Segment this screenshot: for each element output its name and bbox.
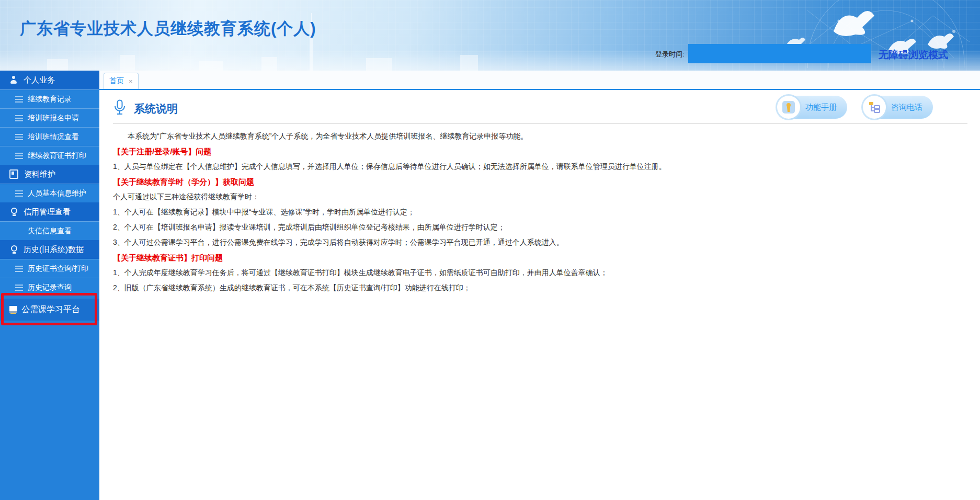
sidebar-item-label: 历史(旧系统)数据 xyxy=(24,245,84,255)
building-shape xyxy=(199,61,223,71)
sidebar-item-certificate-print[interactable]: 继续教育证书打印 xyxy=(0,146,99,165)
book-icon xyxy=(9,169,18,179)
app-window: 广东省专业技术人员继续教育系统(个人) 登录时间: 无障碍浏览模式 个人业务 继… xyxy=(0,0,980,500)
building-shape xyxy=(460,55,478,71)
monitor-icon xyxy=(9,306,18,314)
sidebar-nav: 个人业务 继续教育记录 培训班报名申请 培训班情况查看 继续教育证书打印 资料维… xyxy=(0,71,99,500)
content-line: 个人可通过以下三种途径获得继续教育学时： xyxy=(113,189,970,204)
icon-placeholder xyxy=(15,228,23,234)
sidebar-item-data-maintenance[interactable]: 资料维护 xyxy=(0,165,99,184)
sidebar-item-label: 历史证书查询/打印 xyxy=(28,264,88,274)
content-line-red-heading: 【关于注册/登录/账号】问题 xyxy=(113,144,970,159)
accessibility-mode-link[interactable]: 无障碍浏览模式 xyxy=(879,48,948,62)
sidebar-item-history-record-query[interactable]: 历史记录查询 xyxy=(0,278,99,297)
building-shape xyxy=(120,55,135,71)
sidebar-item-label: 信用管理查看 xyxy=(24,207,71,217)
login-time-label: 登录时间: xyxy=(655,50,685,59)
list-icon xyxy=(15,96,23,103)
sidebar-item-public-course-platform[interactable]: 公需课学习平台 xyxy=(0,299,99,321)
sidebar-item-label: 历史记录查询 xyxy=(28,283,72,292)
sidebar-item-label: 资料维护 xyxy=(24,169,55,179)
content-line-red-heading: 【关于继续教育学时（学分）】获取问题 xyxy=(113,174,970,189)
consult-phone-button[interactable]: 咨询电话 xyxy=(863,96,933,119)
sidebar-item-label: 继续教育记录 xyxy=(28,95,72,104)
section-heading: 系统说明 xyxy=(134,101,178,116)
lightbulb-icon xyxy=(9,208,18,216)
list-icon xyxy=(15,134,23,140)
sidebar-item-label: 培训班报名申请 xyxy=(28,113,79,123)
sidebar-item-label: 继续教育证书打印 xyxy=(28,151,86,161)
tab-label: 首页 xyxy=(109,76,124,86)
close-icon[interactable]: × xyxy=(129,78,133,85)
content-line-red-heading: 【关于继续教育证书】打印问题 xyxy=(113,250,970,265)
content-header: 系统说明 功能手册 xyxy=(99,90,980,123)
sidebar-item-basic-info-maintenance[interactable]: 人员基本信息维护 xyxy=(0,184,99,202)
sidebar-item-training-status[interactable]: 培训班情况查看 xyxy=(0,127,99,146)
header-banner: 广东省专业技术人员继续教育系统(个人) 登录时间: 无障碍浏览模式 xyxy=(0,0,980,71)
content-line: 2、个人可在【培训班报名申请】报读专业课培训，完成培训后由培训组织单位登记考核结… xyxy=(113,220,970,235)
login-time-field[interactable] xyxy=(688,44,871,63)
sidebar-item-credit-management[interactable]: 信用管理查看 xyxy=(0,202,99,221)
sidebar-item-label: 公需课学习平台 xyxy=(21,304,80,315)
list-icon xyxy=(15,115,23,121)
function-manual-button[interactable]: 功能手册 xyxy=(777,96,847,119)
sidebar-item-history-certificate-query[interactable]: 历史证书查询/打印 xyxy=(0,259,99,278)
list-icon xyxy=(15,266,23,272)
list-icon xyxy=(15,190,23,197)
content-line: 1、个人可在【继续教育记录】模块中申报“专业课、选修课”学时，学时由所属单位进行… xyxy=(113,204,970,220)
sidebar-item-personal-business[interactable]: 个人业务 xyxy=(0,71,99,89)
sidebar-item-label: 培训班情况查看 xyxy=(28,132,79,142)
button-label: 咨询电话 xyxy=(891,103,922,112)
list-icon xyxy=(15,285,23,291)
list-icon xyxy=(15,153,23,159)
content-line: 2、旧版（广东省继续教育系统）生成的继续教育证书，可在本系统【历史证书查询/打印… xyxy=(113,280,970,296)
phone-directory-icon xyxy=(863,96,886,119)
system-description-text: 本系统为“广东省专业技术人员继续教育系统”个人子系统，为全省专业技术人员提供培训… xyxy=(113,129,970,296)
heading-divider xyxy=(113,123,967,124)
manual-icon xyxy=(777,96,800,119)
lightbulb-icon xyxy=(9,245,18,254)
sidebar-item-label: 失信信息查看 xyxy=(28,226,72,236)
main-content: 系统说明 功能手册 xyxy=(99,90,980,500)
sidebar-item-continuing-education-records[interactable]: 继续教育记录 xyxy=(0,89,99,108)
sidebar-item-history-data[interactable]: 历史(旧系统)数据 xyxy=(0,240,99,259)
content-line: 本系统为“广东省专业技术人员继续教育系统”个人子系统，为全省专业技术人员提供培训… xyxy=(113,129,970,144)
sidebar-item-label: 个人业务 xyxy=(24,75,55,85)
sidebar-item-label: 人员基本信息维护 xyxy=(28,189,86,198)
content-line: 1、个人完成年度继续教育学习任务后，将可通过【继续教育证书打印】模块生成继续教育… xyxy=(113,265,970,280)
button-label: 功能手册 xyxy=(805,103,837,112)
microphone-icon[interactable] xyxy=(114,99,126,115)
building-shape xyxy=(366,58,392,71)
tab-home[interactable]: 首页 × xyxy=(104,73,139,89)
content-line: 1、人员与单位绑定在【个人信息维护】完成个人信息填写，并选择用人单位；保存信息后… xyxy=(113,159,970,174)
tab-bar: 首页 × xyxy=(99,71,980,90)
building-shape xyxy=(47,59,68,71)
user-icon xyxy=(9,76,18,84)
building-shape xyxy=(261,57,277,71)
page-title: 广东省专业技术人员继续教育系统(个人) xyxy=(20,18,316,40)
content-line: 3、个人可过公需课学习平台，进行公需课免费在线学习，完成学习后将自动获得对应学时… xyxy=(113,235,970,250)
sidebar-item-training-registration[interactable]: 培训班报名申请 xyxy=(0,108,99,127)
sidebar-item-dishonesty-info[interactable]: 失信信息查看 xyxy=(0,221,99,240)
